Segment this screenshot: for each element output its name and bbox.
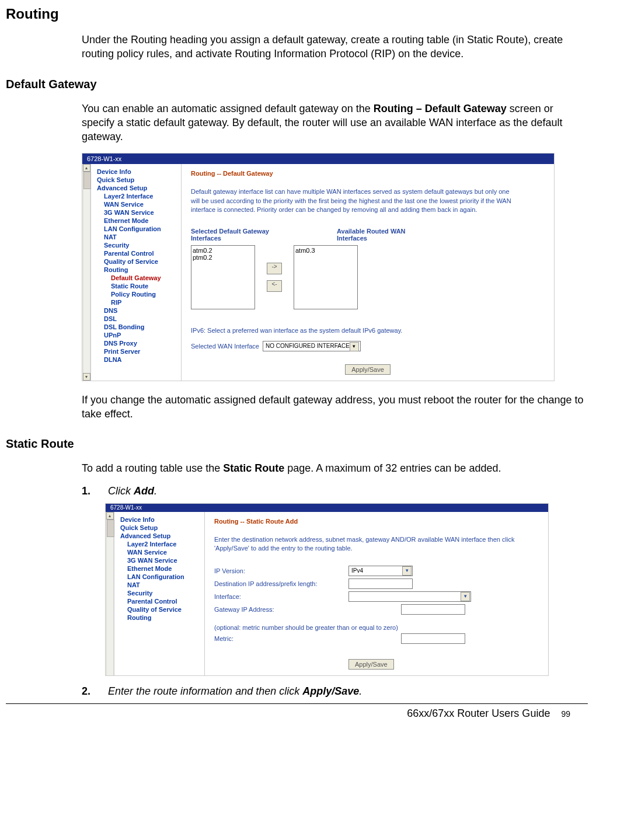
sidebar-item-advanced-setup[interactable]: Advanced Setup — [97, 184, 179, 192]
label-ip-version: IP Version: — [214, 567, 348, 574]
label-interface: Interface: — [214, 593, 348, 600]
heading-default-gateway: Default Gateway — [6, 78, 588, 91]
sidebar-nav-2: Device Info Quick Setup Advanced Setup L… — [114, 512, 205, 676]
footer-page-number: 99 — [561, 709, 570, 719]
select-wan-interface-value: NO CONFIGURED INTERFACE — [266, 343, 350, 349]
sidebar-item-rip[interactable]: RIP — [97, 298, 179, 306]
listbox-selected-gateway[interactable]: atm0.2 ptm0.2 — [191, 245, 255, 309]
sidebar-item-qos[interactable]: Quality of Service — [97, 257, 179, 266]
move-right-button[interactable]: -> — [267, 263, 282, 274]
sidebar-item-security[interactable]: Security — [97, 241, 179, 249]
sidebar2-item-qos[interactable]: Quality of Service — [120, 605, 202, 614]
sidebar2-item-3g-wan[interactable]: 3G WAN Service — [120, 556, 202, 564]
step-1-bold: Add — [134, 485, 154, 497]
footer-guide-title: 66xx/67xx Router Users Guide — [407, 707, 550, 719]
content-description: Default gateway interface list can have … — [191, 187, 518, 214]
sidebar2-item-parental[interactable]: Parental Control — [120, 597, 202, 605]
step-1-pre: Click — [108, 485, 134, 497]
label-destination-ip: Destination IP address/prefix length: — [214, 580, 348, 587]
sidebar-item-quick-setup[interactable]: Quick Setup — [97, 176, 179, 184]
input-destination-ip[interactable] — [348, 578, 413, 589]
sidebar2-item-routing[interactable]: Routing — [120, 614, 202, 622]
sidebar-item-static-route[interactable]: Static Route — [97, 282, 179, 290]
sidebar-item-layer2[interactable]: Layer2 Interface — [97, 192, 179, 200]
apply-save-button[interactable]: Apply/Save — [345, 364, 391, 375]
sidebar2-item-nat[interactable]: NAT — [120, 581, 202, 589]
select-interface[interactable] — [348, 591, 471, 602]
step-1-post: . — [154, 485, 157, 497]
label-selected-wan-interface: Selected WAN Interface — [191, 343, 259, 350]
listbox-available-wan[interactable]: atm0.3 — [294, 245, 358, 309]
sidebar2-item-advanced-setup[interactable]: Advanced Setup — [120, 532, 202, 540]
heading-static-route: Static Route — [6, 437, 588, 451]
sidebar-item-policy-routing[interactable]: Policy Routing — [97, 290, 179, 298]
sidebar-item-upnp[interactable]: UPnP — [97, 331, 179, 339]
scroll-up-icon[interactable]: ▴ — [83, 164, 90, 172]
ipv6-note: IPv6: Select a preferred wan interface a… — [191, 327, 545, 334]
sidebar-item-dns[interactable]: DNS — [97, 306, 179, 315]
label-metric: Metric: — [214, 635, 348, 642]
step-2-pre: Enter the route information and then cli… — [108, 685, 302, 697]
scroll-up-icon-2[interactable]: ▴ — [106, 512, 114, 520]
move-left-button[interactable]: <- — [267, 280, 282, 292]
sidebar-item-ethernet-mode[interactable]: Ethernet Mode — [97, 217, 179, 225]
screenshot-static-route: 6728-W1-xx ▴ Device Info Quick Setup Adv… — [105, 503, 549, 677]
scroll-thumb[interactable] — [83, 172, 91, 189]
sidebar-item-routing[interactable]: Routing — [97, 266, 179, 274]
sidebar-item-dsl[interactable]: DSL — [97, 315, 179, 323]
scrollbar-2[interactable]: ▴ — [106, 512, 114, 676]
sidebar-nav: Device Info Quick Setup Advanced Setup L… — [91, 164, 182, 380]
scrollbar[interactable]: ▴ ▾ — [82, 164, 91, 380]
select-ip-version[interactable]: IPv4 — [348, 566, 413, 576]
sidebar2-item-security[interactable]: Security — [120, 589, 202, 597]
content-description-2: Enter the destination network address, s… — [214, 535, 539, 553]
sidebar-item-dlna[interactable]: DLNA — [97, 355, 179, 364]
para-static-route-intro: To add a routing table use the Static Ro… — [82, 461, 588, 475]
window-titlebar-2: 6728-W1-xx — [106, 504, 548, 512]
step-2-number: 2. — [82, 685, 105, 698]
dg-intro-pre: You can enable an automatic assigned def… — [82, 103, 374, 114]
sr-intro-bold: Static Route — [223, 462, 284, 474]
sidebar2-item-ethernet-mode[interactable]: Ethernet Mode — [120, 564, 202, 573]
sidebar-item-lan-config[interactable]: LAN Configuration — [97, 225, 179, 233]
sidebar2-item-device-info[interactable]: Device Info — [120, 515, 202, 524]
page-footer: 66xx/67xx Router Users Guide 99 — [6, 703, 588, 722]
input-metric[interactable] — [401, 633, 465, 644]
sidebar-item-device-info[interactable]: Device Info — [97, 168, 179, 176]
sidebar-item-default-gateway[interactable]: Default Gateway — [97, 274, 179, 282]
sr-intro-post: page. A maximum of 32 entries can be add… — [284, 462, 501, 474]
heading-routing: Routing — [6, 6, 588, 22]
para-default-gateway-intro: You can enable an automatic assigned def… — [82, 102, 588, 144]
step-1-number: 1. — [82, 485, 105, 497]
label-available-wan: Available Routed WAN Interfaces — [337, 228, 419, 242]
sidebar-item-nat[interactable]: NAT — [97, 233, 179, 241]
content-title-2: Routing -- Static Route Add — [214, 518, 539, 525]
sidebar-item-wan-service[interactable]: WAN Service — [97, 200, 179, 208]
apply-save-button-2[interactable]: Apply/Save — [348, 659, 394, 670]
sidebar2-item-lan-config[interactable]: LAN Configuration — [120, 573, 202, 581]
para-reboot-note: If you change the automatic assigned def… — [82, 393, 588, 421]
scroll-thumb-2[interactable] — [107, 520, 114, 537]
select-ip-version-value: IPv4 — [349, 566, 412, 575]
screenshot-default-gateway: 6728-W1-xx ▴ ▾ Device Info Quick Setup A… — [82, 153, 555, 381]
sidebar-item-3g-wan[interactable]: 3G WAN Service — [97, 208, 179, 217]
step-1: 1. Click Add. — [82, 485, 588, 497]
sidebar-item-print-server[interactable]: Print Server — [97, 347, 179, 355]
select-wan-interface[interactable]: NO CONFIGURED INTERFACE — [263, 341, 361, 351]
label-selected-gateway: Selected Default Gateway Interfaces — [191, 228, 273, 242]
window-titlebar: 6728-W1-xx — [82, 154, 554, 164]
scroll-down-icon[interactable]: ▾ — [83, 373, 90, 381]
sidebar-item-parental[interactable]: Parental Control — [97, 249, 179, 257]
content-title: Routing -- Default Gateway — [191, 170, 545, 177]
sidebar2-item-wan-service[interactable]: WAN Service — [120, 548, 202, 556]
label-gateway-ip: Gateway IP Address: — [214, 606, 348, 613]
sidebar-item-dns-proxy[interactable]: DNS Proxy — [97, 339, 179, 347]
label-optional-note: (optional: metric number should be great… — [214, 624, 539, 631]
sr-intro-pre: To add a routing table use the — [82, 462, 223, 474]
step-2-post: . — [359, 685, 362, 697]
sidebar-item-dsl-bonding[interactable]: DSL Bonding — [97, 323, 179, 331]
input-gateway-ip[interactable] — [401, 604, 465, 615]
sidebar2-item-layer2[interactable]: Layer2 Interface — [120, 540, 202, 548]
dg-intro-bold: Routing – Default Gateway — [374, 103, 507, 114]
sidebar2-item-quick-setup[interactable]: Quick Setup — [120, 524, 202, 532]
